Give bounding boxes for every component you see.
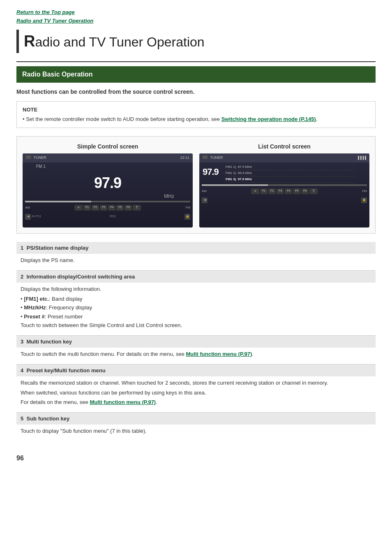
simple-bottom-icon-r[interactable]: 🔒 <box>184 214 190 220</box>
page-title-capital: R <box>24 32 35 50</box>
simple-screen-label: Simple Control screen <box>23 142 193 151</box>
simple-rds: RDS <box>110 214 116 219</box>
list-preset-p6[interactable]: P6 <box>301 188 309 194</box>
def-title-3: Multi function key <box>26 339 72 345</box>
section-title: Radio Basic Operation <box>22 71 93 78</box>
list-controls: AM « P1 P2 P3 P4 P5 P6 T FM <box>199 187 369 196</box>
definitions-section: 1 PS/Station name display Displays the P… <box>16 242 376 441</box>
def-list-2: [FM1] etc.: Band display MHz/kHz: Freque… <box>21 295 371 321</box>
page-number: 96 <box>16 453 376 463</box>
simple-screen: 1 2 7 3 4 5 TUNER 12:11 <box>23 153 193 227</box>
def-num-1: 1 <box>21 245 26 251</box>
section-header: Radio Basic Operation <box>16 66 376 83</box>
simple-freq: 97.9 <box>33 170 182 194</box>
def-header-4: 4 Preset key/Multi function menu <box>16 364 376 377</box>
page-title: Radio and TV Tuner Operation <box>24 30 376 53</box>
def-link-4[interactable]: Multi function menu (P.97) <box>90 399 156 405</box>
def-header-2: 2 Information display/Control switching … <box>16 270 376 283</box>
preset-p2[interactable]: P2 <box>92 205 99 211</box>
simple-progress <box>25 201 190 202</box>
preset-p5[interactable]: P5 <box>116 205 124 211</box>
def-text-3: Touch to switch the multi function menu.… <box>21 350 371 358</box>
preset-p1[interactable]: P1 <box>83 205 91 211</box>
def-content-1: Displays the PS name. <box>16 254 376 270</box>
def-num-2: 2 <box>21 274 26 280</box>
preset-p6[interactable]: P6 <box>125 205 132 211</box>
preset-p3[interactable]: P3 <box>100 205 107 211</box>
intro-text: Most functions can be controlled from th… <box>16 88 376 96</box>
list-next-btn[interactable]: T <box>309 188 318 194</box>
list-control-section: List Control screen 2 6 7 3 4 8 <box>199 142 369 227</box>
list-bottom-icon-l[interactable]: ◀ <box>202 197 208 203</box>
def-header-5: 5 Sub function key <box>16 412 376 425</box>
def-text-4c: For details on the menu, see Multi funct… <box>21 398 371 406</box>
list-prev-btn[interactable]: « <box>251 188 259 194</box>
def-list-item-fm: [FM1] etc.: Band display <box>21 295 371 303</box>
def-title-5: Sub function key <box>26 415 69 422</box>
def-link-3[interactable]: Multi function menu (P.97) <box>186 351 252 357</box>
note-title: NOTE <box>23 106 369 114</box>
keyword-fm: [FM1] etc. <box>24 296 49 302</box>
list-bottom-icon-r[interactable]: 🔒 <box>361 197 367 203</box>
preset-p4[interactable]: P4 <box>108 205 115 211</box>
def-text-2-extra: Touch to switch between the Simple Contr… <box>21 321 371 330</box>
def-text-4b: When switched, various functions can be … <box>21 389 371 397</box>
list-screen: 2 6 7 3 4 8 TUNER ▐▐▐▐ <box>199 153 369 227</box>
simple-screen-sim: TUNER 12:11 FM 1 97.9 MHz AM <box>23 153 193 227</box>
def-text-5: Touch to display "Sub function menu" (7 … <box>21 427 371 435</box>
keyword-preset: Preset # <box>24 313 45 320</box>
list-preset-p2[interactable]: P2 <box>268 188 276 194</box>
def-text-2: Displays the following information. <box>21 285 371 293</box>
list-preset-p3[interactable]: P3 <box>277 188 284 194</box>
screens-container: Simple Control screen 1 2 7 3 4 5 <box>16 136 376 234</box>
note-text-after: . <box>316 116 318 122</box>
list-bottom-bar: ◀ 🔒 <box>199 196 369 205</box>
note-link[interactable]: Switching the operation mode (P.145) <box>221 116 316 122</box>
list-top-bar: TUNER ▐▐▐▐ <box>199 153 369 162</box>
list-item-2: FM1 2) 89.9 MHz <box>226 170 356 176</box>
list-item-1: FM1 1) 87.5 MHz <box>226 164 356 170</box>
simple-bottom-icon-l[interactable]: ◀ <box>25 214 31 220</box>
note-box: NOTE • Set the remote controller mode sw… <box>16 101 376 128</box>
def-text-1: Displays the PS name. <box>21 256 371 265</box>
def-header-1: 1 PS/Station name display <box>16 242 376 254</box>
list-preset-p1[interactable]: P1 <box>260 188 267 194</box>
page-title-rest: adio and TV Tuner Operation <box>35 35 204 49</box>
next-btn[interactable]: T <box>133 205 141 211</box>
list-signal: ▐▐▐▐ <box>357 155 366 160</box>
list-preset-p4[interactable]: P4 <box>285 188 292 194</box>
list-am: AM <box>202 189 207 194</box>
prev-btn[interactable]: « <box>74 205 83 211</box>
def-title-2: Information display/Control switching ar… <box>26 274 135 280</box>
def-list-item-preset: Preset #: Preset number <box>21 313 371 321</box>
keyword-mhz: MHz/kHz <box>24 304 46 311</box>
def-content-2: Displays the following information. [FM1… <box>16 283 376 335</box>
list-screen-sim: TUNER ▐▐▐▐ 97.9 FM1 1) 87.5 MHz FM1 2) 8… <box>199 153 369 227</box>
def-list-item-mhz: MHz/kHz: Frequency display <box>21 304 371 312</box>
simple-top-bar: TUNER 12:11 <box>23 153 193 162</box>
simple-band: FM 1 <box>33 162 182 170</box>
def-content-4: Recalls the memorized station or channel… <box>16 376 376 412</box>
breadcrumb-link-section[interactable]: Radio and TV Tuner Operation <box>16 17 376 26</box>
def-num-3: 3 <box>21 339 26 345</box>
list-progress-fill <box>202 184 268 186</box>
list-tuner-icon <box>203 155 208 159</box>
simple-auto: AUTO1 <box>32 214 41 219</box>
def-text-4a: Recalls the memorized station or channel… <box>21 379 371 387</box>
tuner-icon <box>26 155 31 159</box>
def-content-5: Touch to display "Sub function menu" (7 … <box>16 425 376 441</box>
list-progress <box>202 184 367 186</box>
simple-bottom-bar: ◀ AUTO1 RDS 🔒 <box>23 212 193 221</box>
def-title-4: Preset key/Multi function menu <box>26 367 105 374</box>
breadcrumb-link-top[interactable]: Return to the Top page <box>16 8 376 17</box>
note-text: • Set the remote controller mode switch … <box>23 115 369 123</box>
def-num-5: 5 <box>21 415 26 422</box>
list-fm: FM <box>362 189 367 194</box>
page-title-area: Radio and TV Tuner Operation <box>16 30 376 53</box>
breadcrumb: Return to the Top page Radio and TV Tune… <box>16 8 376 26</box>
list-screen-label: List Control screen <box>199 142 369 151</box>
list-preset-p5[interactable]: P5 <box>293 188 300 194</box>
simple-progress-fill <box>25 201 91 202</box>
def-title-1: PS/Station name display <box>26 245 88 251</box>
simple-tuner-text: TUNER <box>26 155 46 161</box>
